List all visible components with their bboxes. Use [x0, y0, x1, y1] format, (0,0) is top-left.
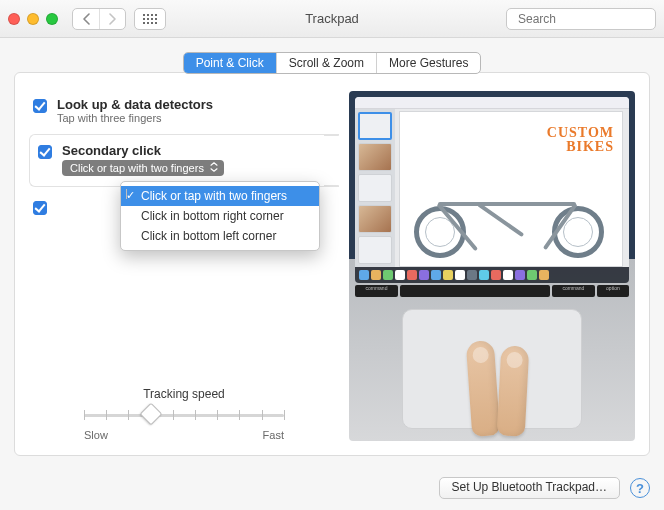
- option-lookup: Look up & data detectors Tap with three …: [29, 91, 339, 130]
- dropdown-item-2[interactable]: Click in bottom left corner: [121, 226, 319, 246]
- tracking-min-label: Slow: [84, 429, 108, 441]
- preview-dock: [355, 267, 629, 283]
- finger-icon: [497, 345, 530, 436]
- window: Trackpad Point & Click Scroll & Zoom Mor…: [0, 0, 664, 510]
- third-checkbox[interactable]: [33, 201, 47, 215]
- tab-bar: Point & Click Scroll & Zoom More Gesture…: [14, 52, 650, 74]
- grid-icon: [143, 14, 157, 24]
- dropdown-item-0[interactable]: ✓ Click or tap with two fingers: [121, 186, 319, 206]
- footer: Set Up Bluetooth Trackpad… ?: [0, 466, 664, 510]
- close-button[interactable]: [8, 13, 20, 25]
- slider-knob[interactable]: [139, 403, 162, 426]
- back-button[interactable]: [73, 9, 99, 29]
- tracking-slider[interactable]: [84, 405, 284, 427]
- secondary-popup-button[interactable]: Click or tap with two fingers: [62, 160, 224, 176]
- setup-bluetooth-button[interactable]: Set Up Bluetooth Trackpad…: [439, 477, 620, 499]
- nav-back-forward: [72, 8, 126, 30]
- search-input[interactable]: [518, 12, 664, 26]
- zoom-button[interactable]: [46, 13, 58, 25]
- show-all-button[interactable]: [134, 8, 166, 30]
- secondary-selected-label: Click or tap with two fingers: [70, 162, 204, 174]
- tracking-speed-group: Tracking speed: [29, 387, 339, 441]
- option-secondary-click: Secondary click Click or tap with two fi…: [29, 134, 339, 187]
- preview-screen: CUSTOM BIKES: [355, 97, 629, 267]
- tracking-max-label: Fast: [263, 429, 284, 441]
- secondary-checkbox[interactable]: [38, 145, 52, 159]
- titlebar: Trackpad: [0, 0, 664, 38]
- checkmark-icon: ✓: [126, 189, 127, 199]
- preview-title-2: BIKES: [547, 140, 614, 154]
- options-column: Look up & data detectors Tap with three …: [29, 91, 339, 441]
- preview-keyboard: command command option: [349, 285, 635, 297]
- minimize-button[interactable]: [27, 13, 39, 25]
- dropdown-item-1[interactable]: Click in bottom right corner: [121, 206, 319, 226]
- tab-point-click[interactable]: Point & Click: [184, 53, 276, 73]
- preview-trackpad: [402, 309, 582, 429]
- secondary-dropdown: ✓ Click or tap with two fingers Click in…: [120, 181, 320, 251]
- lookup-checkbox[interactable]: [33, 99, 47, 113]
- content-area: Point & Click Scroll & Zoom More Gesture…: [0, 38, 664, 466]
- finger-icon: [466, 340, 501, 437]
- tab-scroll-zoom[interactable]: Scroll & Zoom: [276, 53, 376, 73]
- chevron-up-down-icon: [210, 162, 218, 174]
- settings-panel: Look up & data detectors Tap with three …: [14, 72, 650, 456]
- help-button[interactable]: ?: [630, 478, 650, 498]
- preview-column: CUSTOM BIKES: [349, 91, 635, 441]
- secondary-title: Secondary click: [62, 143, 224, 158]
- forward-button[interactable]: [99, 9, 125, 29]
- lookup-title: Look up & data detectors: [57, 97, 213, 112]
- tab-more-gestures[interactable]: More Gestures: [376, 53, 480, 73]
- window-controls: [8, 13, 58, 25]
- preview-title-1: CUSTOM: [547, 126, 614, 140]
- search-field[interactable]: [506, 8, 656, 30]
- lookup-subtitle: Tap with three fingers: [57, 112, 213, 124]
- tracking-label: Tracking speed: [29, 387, 339, 401]
- gesture-preview: CUSTOM BIKES: [349, 91, 635, 441]
